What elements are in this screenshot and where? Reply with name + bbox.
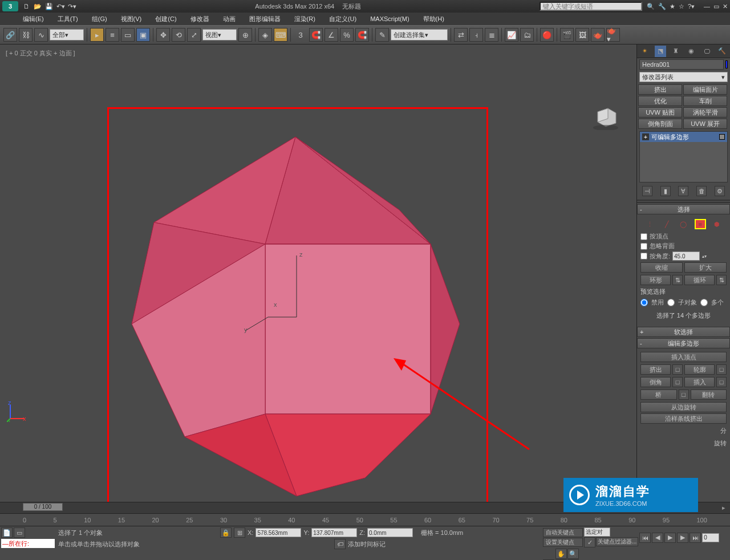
utilities-tab-icon[interactable]: 🔨	[716, 46, 728, 57]
angle-spinner[interactable]	[672, 251, 700, 261]
menu-group[interactable]: 组(G)	[92, 15, 107, 23]
radio-subobj[interactable]	[667, 299, 675, 306]
named-selection-dropdown[interactable]: 创建选择集 ▾	[391, 29, 448, 40]
ignore-back-checkbox[interactable]	[640, 243, 647, 250]
rotate-icon[interactable]: ⟲	[172, 28, 185, 42]
x-coord-input[interactable]	[256, 528, 301, 537]
maxscript-mini-icon[interactable]: 📄	[1, 527, 13, 538]
edit-named-icon[interactable]: ✎	[375, 28, 389, 42]
menu-create[interactable]: 创建(C)	[155, 15, 176, 23]
menu-custom[interactable]: 自定义(U)	[329, 15, 356, 23]
modifier-list-dropdown[interactable]: 修改器列表▾	[639, 72, 728, 82]
ring-spinner[interactable]: ⇅	[672, 275, 683, 285]
snap-toggle-icon[interactable]: 🧲	[309, 28, 323, 42]
shrink-button[interactable]: 收缩	[640, 262, 683, 273]
show-result-icon[interactable]: ▮	[660, 186, 671, 196]
ep-insert-button[interactable]: 插入	[684, 377, 715, 387]
ep-extrude-button[interactable]: 挤出	[640, 364, 671, 375]
select-manip-icon[interactable]: ◈	[258, 28, 272, 42]
remove-mod-icon[interactable]: 🗑	[696, 186, 707, 196]
modifier-stack-item[interactable]: + 可编辑多边形	[640, 132, 727, 142]
star-icon[interactable]: ★	[670, 3, 675, 10]
menu-tools[interactable]: 工具(T)	[58, 15, 78, 23]
grow-button[interactable]: 扩大	[684, 262, 727, 273]
along-spline-button[interactable]: 沿样条线挤出	[640, 413, 727, 424]
material-editor-icon[interactable]: 🔴	[540, 28, 554, 42]
menu-views[interactable]: 视图(V)	[121, 15, 142, 23]
menu-graph[interactable]: 图形编辑器	[249, 15, 281, 23]
ep-bridge-button[interactable]: 桥	[640, 389, 677, 400]
window-cross-icon[interactable]: ▣	[136, 28, 150, 42]
btn-lathe[interactable]: 车削	[683, 96, 727, 106]
hierarchy-tab-icon[interactable]: ♜	[670, 46, 682, 57]
spinner-snap-icon[interactable]: 🧲	[355, 28, 369, 42]
render-frame-icon[interactable]: 🖼	[575, 28, 589, 42]
modify-tab-icon[interactable]: ⬔	[655, 46, 666, 57]
curve-editor-icon[interactable]: 📈	[505, 28, 518, 42]
modifier-stack[interactable]: + 可编辑多边形	[639, 131, 728, 182]
pan-icon[interactable]: ✋	[555, 549, 567, 559]
listener-icon[interactable]: ▭	[14, 527, 25, 538]
loop-spinner[interactable]: ⇅	[716, 275, 727, 285]
time-tag-icon[interactable]: 🏷	[334, 539, 346, 549]
viewport[interactable]: [ + 0 正交 0 真实 + 边面 ] z x y	[0, 44, 636, 502]
y-coord-input[interactable]	[311, 528, 357, 537]
maximize-icon[interactable]: ▭	[713, 3, 719, 10]
create-tab-icon[interactable]: ✴	[639, 46, 651, 57]
loop-button[interactable]: 循环	[684, 275, 715, 285]
pin-stack-icon[interactable]: ⊣	[642, 186, 652, 196]
ring-button[interactable]: 环形	[640, 275, 671, 285]
expand-icon[interactable]: +	[642, 133, 649, 140]
render-prod-icon[interactable]: 🫖▾	[606, 28, 620, 42]
set-key-button[interactable]: 设置关键点	[543, 538, 583, 547]
bind-icon[interactable]: ∿	[34, 28, 48, 42]
rollout-selection-header[interactable]: -选择	[637, 204, 730, 214]
layer-icon[interactable]: ≣	[485, 28, 498, 42]
isolate-icon[interactable]: ⊞	[234, 527, 245, 538]
render-icon[interactable]: 🫖	[591, 28, 605, 42]
btn-chamfer[interactable]: 倒角剖面	[638, 119, 682, 129]
z-coord-input[interactable]	[367, 528, 413, 537]
config-icon[interactable]: ⚙	[715, 186, 725, 196]
menu-edit[interactable]: 编辑(E)	[23, 15, 44, 23]
help-icon[interactable]: ?▾	[688, 3, 695, 10]
time-ruler[interactable]: 0510152025303540455055606570758085909510…	[0, 513, 730, 526]
minimize-icon[interactable]: —	[704, 3, 710, 10]
ep-outline-button[interactable]: 轮廓	[684, 364, 715, 375]
select-rect-icon[interactable]: ▭	[121, 28, 135, 42]
add-time-tag-label[interactable]: 添加时间标记	[348, 540, 386, 549]
scale-icon[interactable]: ⤢	[187, 28, 201, 42]
object-name-input[interactable]	[639, 59, 724, 70]
ep-flip-button[interactable]: 翻转	[691, 389, 727, 400]
save-icon[interactable]: 💾	[44, 2, 54, 11]
wrench-icon[interactable]: 🔧	[658, 3, 666, 10]
btn-extrude[interactable]: 挤出	[638, 84, 682, 95]
key-filter-button[interactable]: 关键点过滤器...	[596, 537, 638, 546]
motion-tab-icon[interactable]: ◉	[686, 46, 697, 57]
schematic-icon[interactable]: 🗂	[520, 28, 534, 42]
menu-help[interactable]: 帮助(H)	[423, 15, 444, 23]
lock-icon[interactable]: 🔒	[220, 527, 232, 538]
viewcube[interactable]	[591, 102, 619, 130]
ep-bevel-button[interactable]: 倒角	[640, 377, 671, 387]
ep-insert-set-icon[interactable]: □	[716, 377, 727, 387]
edge-subobj-icon[interactable]: ╱	[661, 219, 672, 229]
time-slider-handle[interactable]: 0 / 100	[23, 503, 63, 511]
open-icon[interactable]: 📂	[33, 2, 42, 11]
zoom-icon[interactable]: 🔍	[567, 549, 579, 559]
menu-maxscript[interactable]: MAXScript(M)	[370, 15, 409, 22]
binoculars-icon[interactable]: 🔍	[647, 3, 655, 10]
keyboard-shortcut-icon[interactable]: ⌨	[274, 28, 287, 42]
from-edge-button[interactable]: 从边旋转	[640, 402, 727, 412]
radio-multi[interactable]	[700, 299, 708, 306]
element-subobj-icon[interactable]: ⬢	[711, 219, 723, 229]
btn-uvwmap[interactable]: UVW 贴图	[638, 107, 682, 117]
align-icon[interactable]: ⫞	[469, 28, 483, 42]
help-search-input[interactable]	[540, 2, 642, 11]
select-name-icon[interactable]: ≡	[106, 28, 119, 42]
current-frame-input[interactable]	[702, 533, 719, 542]
link-icon[interactable]: 🔗	[3, 28, 17, 42]
next-frame-icon[interactable]: ▶	[677, 533, 688, 543]
auto-key-button[interactable]: 自动关键点	[543, 528, 583, 537]
ref-coord-dropdown[interactable]: 视图 ▾	[202, 29, 237, 40]
